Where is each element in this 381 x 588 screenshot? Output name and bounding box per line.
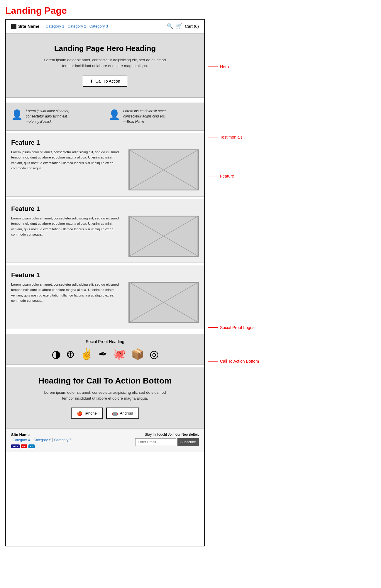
cta-label: Call To Action bbox=[95, 79, 120, 83]
logo-icon-5: 🐙 bbox=[113, 348, 126, 360]
android-button[interactable]: 🤖 Android bbox=[106, 408, 139, 419]
hero-subtext: Lorem ipsum dolor sit amet, consectetur … bbox=[12, 57, 198, 69]
nav-links: Category 1 Category 2 Category 3 bbox=[44, 24, 110, 28]
cart-icon[interactable]: 🛒 bbox=[176, 23, 182, 29]
logo-icon-7: ◎ bbox=[150, 348, 159, 360]
footer-right: Stay In Touch! Join our Newsletter. Subs… bbox=[135, 432, 199, 446]
testimonial-item-2: 👤 Lorem ipsum dolor sit amet,consectetur… bbox=[109, 108, 199, 124]
page-title: Landing Page bbox=[0, 0, 381, 19]
hero-annotation: Hero bbox=[208, 64, 229, 69]
hero-heading: Landing Page Hero Heading bbox=[12, 44, 198, 53]
newsletter-label: Stay In Touch! Join our Newsletter. bbox=[135, 432, 199, 437]
footer-left: Site Name Category X Category Y Category… bbox=[11, 432, 73, 448]
feature-text-3: Lorem ipsum dolor sit amet, consectetur … bbox=[11, 282, 124, 304]
feature-text-1: Lorem ipsum dolor sit amet, consectetur … bbox=[11, 149, 124, 171]
social-proof-section: Social Proof Heading ◑ ⊛ ✌ ✒ 🐙 📦 ◎ bbox=[6, 334, 204, 365]
browser-frame: Site Name Category 1 Category 2 Category… bbox=[5, 19, 205, 546]
cta-bottom-buttons: 🍎 iPhone 🤖 Android bbox=[12, 408, 198, 419]
feature-body-1: Lorem ipsum dolor sit amet, consectetur … bbox=[11, 149, 124, 171]
feature-heading-3: Feature 1 bbox=[11, 271, 199, 279]
testimonials-annotation: Testimonials bbox=[208, 135, 243, 139]
apple-icon: 🍎 bbox=[77, 410, 83, 416]
testimonial-item: 👤 Lorem ipsum dolor sit amet,consectetur… bbox=[11, 108, 101, 124]
feature-annotation: Feature bbox=[208, 174, 234, 178]
site-name: Site Name bbox=[18, 24, 40, 29]
person-icon-2: 👤 bbox=[109, 109, 120, 120]
feature-body-3: Lorem ipsum dolor sit amet, consectetur … bbox=[11, 282, 124, 304]
annotations-col: Hero Testimonials Feature Social Proof L… bbox=[208, 19, 272, 546]
logo-icon-4: ✒ bbox=[99, 348, 107, 360]
hero-cta-button[interactable]: ⬇ Call To Action bbox=[83, 76, 127, 87]
cta-bottom-heading: Heading for Call To Action Bottom bbox=[12, 376, 198, 386]
nav-logo: Site Name bbox=[11, 24, 40, 29]
testimonials-section: 👤 Lorem ipsum dolor sit amet,consectetur… bbox=[6, 103, 204, 131]
nav-link-category1[interactable]: Category 1 bbox=[44, 24, 66, 28]
logo-icon-2: ⊛ bbox=[66, 348, 75, 360]
cta-bottom-section: Heading for Call To Action Bottom Lorem … bbox=[6, 367, 204, 428]
ae-badge: AE bbox=[28, 444, 35, 448]
logo-icon-3: ✌ bbox=[80, 348, 93, 360]
nav-bar: Site Name Category 1 Category 2 Category… bbox=[6, 20, 204, 33]
social-proof-logos-annotation: Social Proof Logos bbox=[208, 325, 255, 330]
social-proof-heading: Social Proof Heading bbox=[9, 339, 201, 344]
footer-links: Category X Category Y Category Z bbox=[11, 438, 73, 442]
iphone-button[interactable]: 🍎 iPhone bbox=[71, 408, 102, 419]
newsletter-row: Subscribe bbox=[135, 438, 199, 446]
feature-image-2 bbox=[128, 216, 199, 257]
feature-heading-2: Feature 1 bbox=[11, 205, 199, 213]
nav-right: 🔍 🛒 Cart (0) bbox=[167, 23, 199, 29]
footer-link-y[interactable]: Category Y bbox=[32, 438, 53, 442]
feature-section-3: Feature 1 Lorem ipsum dolor sit amet, co… bbox=[6, 265, 204, 329]
logo-icons-row: ◑ ⊛ ✌ ✒ 🐙 📦 ◎ bbox=[9, 348, 201, 360]
footer-link-x[interactable]: Category X bbox=[11, 438, 32, 442]
feature-section-2: Feature 1 Lorem ipsum dolor sit amet, co… bbox=[6, 199, 204, 263]
cta-icon: ⬇ bbox=[90, 79, 93, 83]
mc-badge: MC bbox=[21, 444, 27, 448]
cta-bottom-annotation: Call To Action Bottom bbox=[208, 359, 259, 364]
nav-link-category3[interactable]: Category 3 bbox=[88, 24, 110, 28]
android-label: Android bbox=[120, 411, 133, 415]
nav-link-category2[interactable]: Category 2 bbox=[66, 24, 88, 28]
footer-site-name: Site Name bbox=[11, 432, 73, 437]
feature-image-3 bbox=[128, 282, 199, 323]
footer-link-z[interactable]: Category Z bbox=[53, 438, 73, 442]
newsletter-input[interactable] bbox=[135, 438, 176, 446]
visa-badge: VISA bbox=[11, 444, 20, 448]
logo-box-icon bbox=[11, 24, 16, 29]
testimonial-text-1: Lorem ipsum dolor sit amet,consectetur a… bbox=[26, 108, 69, 124]
hero-section: Landing Page Hero Heading Lorem ipsum do… bbox=[6, 33, 204, 98]
feature-body-2: Lorem ipsum dolor sit amet, consectetur … bbox=[11, 216, 124, 237]
subscribe-button[interactable]: Subscribe bbox=[177, 438, 199, 446]
person-icon-1: 👤 bbox=[11, 109, 23, 120]
cta-bottom-text: Lorem ipsum dolor sit amet, consectetur … bbox=[12, 390, 198, 401]
feature-text-2: Lorem ipsum dolor sit amet, consectetur … bbox=[11, 216, 124, 237]
feature-section-1: Feature 1 Lorem ipsum dolor sit amet, co… bbox=[6, 133, 204, 197]
search-icon[interactable]: 🔍 bbox=[167, 23, 173, 29]
payment-icons: VISA MC AE bbox=[11, 444, 73, 448]
cart-label: Cart (0) bbox=[185, 24, 199, 29]
android-icon: 🤖 bbox=[112, 410, 118, 416]
feature-image-1 bbox=[128, 149, 199, 190]
testimonial-text-2: Lorem ipsum dolor sit amet,consectetur a… bbox=[123, 108, 167, 124]
feature-heading-1: Feature 1 bbox=[11, 139, 199, 146]
logo-icon-6: 📦 bbox=[131, 348, 144, 360]
logo-icon-1: ◑ bbox=[52, 348, 61, 360]
iphone-label: iPhone bbox=[85, 411, 96, 415]
footer-bar: Site Name Category X Category Y Category… bbox=[6, 428, 204, 452]
